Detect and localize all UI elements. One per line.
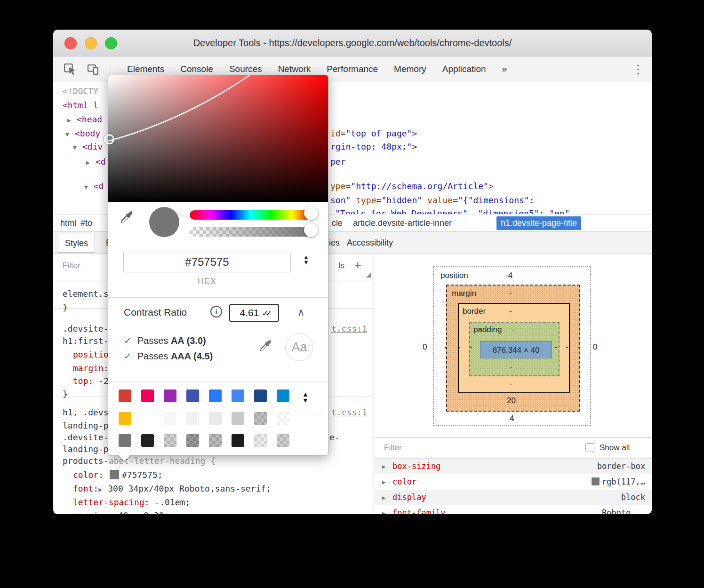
computed-property-name[interactable]: box-sizing bbox=[392, 459, 440, 474]
hex-format-label[interactable]: HEX bbox=[123, 277, 291, 286]
border-bottom-value[interactable]: - bbox=[510, 379, 512, 389]
margin-bottom-value[interactable]: 20 bbox=[507, 396, 516, 405]
palette-swatch[interactable] bbox=[232, 434, 244, 447]
preview-text-icon[interactable]: Aa bbox=[285, 333, 313, 361]
hue-slider-knob[interactable] bbox=[304, 206, 318, 220]
show-all-checkbox[interactable] bbox=[585, 443, 594, 452]
contrast-eyedropper-icon[interactable] bbox=[258, 339, 273, 354]
padding-right-value[interactable]: - bbox=[554, 342, 557, 352]
position-top-value[interactable]: -4 bbox=[505, 271, 512, 280]
palette-swatch[interactable] bbox=[141, 412, 154, 425]
computed-property-row[interactable]: ▶colorrgb(117,… bbox=[375, 474, 652, 490]
palette-swatch[interactable] bbox=[277, 434, 289, 447]
palette-swatch[interactable] bbox=[164, 412, 176, 425]
position-left-value[interactable]: 0 bbox=[423, 342, 427, 352]
box-model-border[interactable]: 676.344 × 40 bbox=[458, 303, 570, 393]
padding-left-value[interactable]: - bbox=[470, 342, 472, 352]
palette-swatch[interactable] bbox=[232, 412, 244, 425]
computed-property-value[interactable]: Roboto, … bbox=[602, 505, 645, 514]
tab-performance[interactable]: Performance bbox=[319, 56, 386, 81]
computed-property-name[interactable]: color bbox=[392, 474, 416, 490]
info-icon[interactable]: i bbox=[210, 306, 222, 318]
hex-input[interactable]: #757575 bbox=[123, 252, 291, 272]
computed-property-value[interactable]: rgb(117,… bbox=[592, 474, 645, 490]
computed-property-name[interactable]: font-family bbox=[392, 505, 446, 514]
margin-right-value[interactable]: - bbox=[578, 342, 581, 352]
collapse-contrast-icon[interactable]: ∧ bbox=[297, 307, 304, 318]
check-icon: ✓ bbox=[124, 335, 132, 346]
sidebar-tab-ies[interactable]: ies bbox=[329, 232, 340, 254]
alpha-slider[interactable] bbox=[190, 227, 311, 237]
hue-slider[interactable] bbox=[190, 210, 311, 220]
palette-swatch[interactable] bbox=[164, 389, 176, 402]
padding-top-value[interactable]: - bbox=[512, 325, 515, 334]
palette-swatch[interactable] bbox=[141, 434, 154, 447]
border-left-value[interactable]: - bbox=[457, 342, 460, 352]
palette-swatch[interactable] bbox=[119, 434, 131, 447]
expand-icon[interactable]: ▶ bbox=[382, 506, 385, 514]
computed-property-row[interactable]: ▶box-sizingborder-box bbox=[375, 459, 652, 474]
more-options-icon[interactable]: ⋮ bbox=[632, 56, 643, 82]
breadcrumb-item[interactable]: article.devsite-article-inner bbox=[353, 216, 452, 230]
tab-memory[interactable]: Memory bbox=[386, 56, 434, 81]
breadcrumb-item[interactable]: h1.devsite-page-title bbox=[496, 216, 581, 230]
breadcrumb-item[interactable]: html bbox=[60, 216, 76, 230]
eyedropper-icon[interactable] bbox=[119, 210, 135, 226]
breadcrumb-item[interactable]: cle bbox=[332, 216, 343, 230]
tab-application[interactable]: Application bbox=[434, 56, 494, 81]
alpha-slider-knob[interactable] bbox=[304, 223, 318, 237]
padding-bottom-value[interactable]: - bbox=[510, 362, 512, 372]
computed-filter-input[interactable]: Filter bbox=[384, 443, 402, 453]
styles-filter-input[interactable]: Filter bbox=[63, 261, 80, 270]
tab-[interactable]: » bbox=[494, 56, 515, 81]
contrast-ratio-value[interactable]: 4.61✓✓ bbox=[229, 304, 279, 322]
color-cursor-ring[interactable] bbox=[104, 134, 114, 144]
palette-spinner[interactable]: ▲▼ bbox=[302, 391, 309, 403]
dom-line: ▼<div bbox=[73, 141, 103, 153]
computed-property-row[interactable]: ▶font-familyRoboto, … bbox=[375, 505, 652, 514]
expand-icon[interactable]: ▶ bbox=[382, 459, 385, 475]
breadcrumb-item[interactable]: #to bbox=[80, 216, 92, 230]
palette-swatch[interactable] bbox=[186, 434, 199, 447]
palette-swatch[interactable] bbox=[164, 434, 176, 447]
sidebar-tab-accessibility[interactable]: Accessibility bbox=[347, 232, 393, 254]
palette-swatch[interactable] bbox=[209, 412, 222, 425]
inline-color-swatch[interactable] bbox=[110, 470, 119, 479]
margin-left-value[interactable]: - bbox=[444, 342, 447, 352]
inspect-element-icon[interactable] bbox=[64, 63, 76, 76]
border-right-value[interactable]: - bbox=[566, 342, 568, 352]
position-bottom-value[interactable]: 4 bbox=[510, 414, 514, 423]
margin-top-value[interactable]: - bbox=[509, 289, 512, 298]
expand-icon[interactable]: ▶ bbox=[382, 490, 385, 506]
palette-swatch[interactable] bbox=[254, 389, 267, 402]
palette-swatch[interactable] bbox=[254, 412, 267, 425]
sidebar-tab-styles[interactable]: Styles bbox=[58, 234, 95, 253]
border-top-value[interactable]: - bbox=[509, 307, 512, 316]
box-model-content[interactable]: 676.344 × 40 bbox=[480, 341, 552, 358]
computed-property-name[interactable]: display bbox=[392, 490, 426, 505]
current-color-swatch[interactable] bbox=[149, 207, 179, 237]
box-model-margin[interactable]: 676.344 × 40 bbox=[446, 285, 580, 412]
palette-swatch[interactable] bbox=[119, 412, 131, 425]
dom-line: per bbox=[330, 156, 346, 168]
computed-property-row[interactable]: ▶displayblock bbox=[375, 490, 652, 505]
palette-swatch[interactable] bbox=[209, 389, 222, 402]
saturation-value-gradient[interactable] bbox=[108, 75, 328, 202]
toggle-class-button[interactable]: ls bbox=[339, 261, 344, 270]
palette-swatch[interactable] bbox=[209, 434, 222, 447]
palette-swatch[interactable] bbox=[232, 389, 244, 402]
palette-swatch[interactable] bbox=[277, 412, 289, 425]
position-right-value[interactable]: 0 bbox=[593, 342, 597, 352]
expand-icon[interactable]: ▶ bbox=[382, 475, 385, 490]
palette-swatch[interactable] bbox=[254, 434, 267, 447]
new-style-rule-button[interactable]: + bbox=[354, 258, 361, 272]
palette-swatch[interactable] bbox=[277, 389, 289, 402]
palette-swatch[interactable] bbox=[186, 412, 199, 425]
palette-swatch[interactable] bbox=[119, 389, 131, 402]
device-toolbar-icon[interactable] bbox=[87, 63, 100, 76]
palette-swatch[interactable] bbox=[186, 389, 199, 402]
computed-property-value[interactable]: block bbox=[621, 490, 645, 505]
palette-swatch[interactable] bbox=[141, 389, 154, 402]
computed-property-value[interactable]: border-box bbox=[597, 459, 645, 474]
hex-spinner[interactable]: ▲▼ bbox=[303, 254, 309, 265]
